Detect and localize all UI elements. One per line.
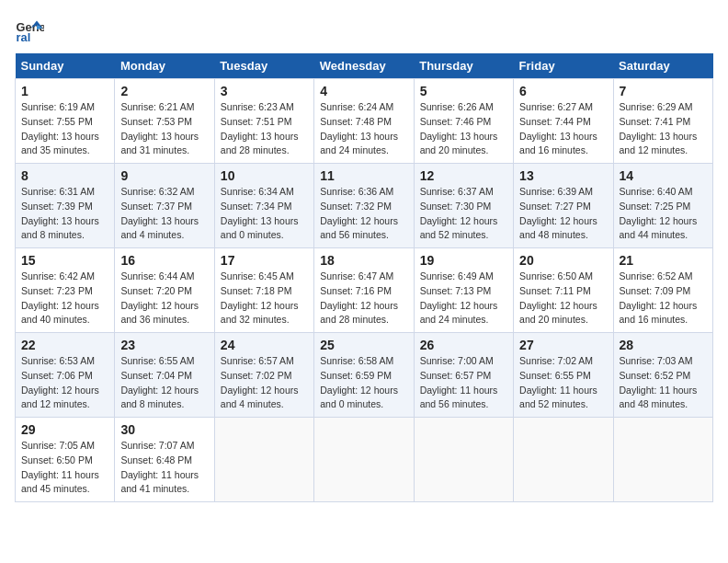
week-row-3: 15 Sunrise: 6:42 AMSunset: 7:23 PMDaylig…	[16, 248, 713, 333]
day-number: 12	[420, 168, 507, 183]
calendar-cell: 25 Sunrise: 6:58 AMSunset: 6:59 PMDaylig…	[314, 333, 414, 418]
calendar-cell: 27 Sunrise: 7:02 AMSunset: 6:55 PMDaylig…	[514, 333, 613, 418]
calendar-cell: 17 Sunrise: 6:45 AMSunset: 7:18 PMDaylig…	[214, 248, 313, 333]
day-detail: Sunrise: 6:42 AMSunset: 7:23 PMDaylight:…	[21, 270, 99, 325]
calendar-cell	[514, 418, 613, 502]
day-detail: Sunrise: 6:36 AMSunset: 7:32 PMDaylight:…	[320, 186, 398, 240]
day-detail: Sunrise: 7:03 AMSunset: 6:52 PMDaylight:…	[620, 355, 698, 409]
day-number: 7	[620, 84, 707, 98]
day-number: 13	[519, 168, 607, 183]
calendar-cell: 30 Sunrise: 7:07 AMSunset: 6:48 PMDaylig…	[115, 418, 214, 502]
day-number: 9	[120, 168, 208, 183]
svg-text:ral: ral	[17, 30, 31, 44]
calendar-cell: 16 Sunrise: 6:44 AMSunset: 7:20 PMDaylig…	[115, 248, 214, 333]
calendar-cell: 21 Sunrise: 6:52 AMSunset: 7:09 PMDaylig…	[613, 248, 712, 333]
day-detail: Sunrise: 6:26 AMSunset: 7:46 PMDaylight:…	[420, 101, 498, 155]
day-detail: Sunrise: 6:34 AMSunset: 7:34 PMDaylight:…	[221, 186, 299, 240]
calendar-cell: 2 Sunrise: 6:21 AMSunset: 7:53 PMDayligh…	[115, 79, 214, 164]
calendar-table: SundayMondayTuesdayWednesdayThursdayFrid…	[15, 53, 713, 502]
weekday-header-monday: Monday	[115, 53, 214, 79]
day-number: 2	[120, 84, 208, 98]
day-number: 4	[320, 84, 407, 98]
calendar-cell: 23 Sunrise: 6:55 AMSunset: 7:04 PMDaylig…	[115, 333, 214, 418]
weekday-header-sunday: Sunday	[16, 53, 115, 79]
day-number: 25	[320, 338, 407, 352]
day-detail: Sunrise: 6:37 AMSunset: 7:30 PMDaylight:…	[420, 186, 498, 240]
day-number: 16	[120, 253, 208, 268]
day-number: 28	[620, 338, 707, 352]
calendar-cell: 22 Sunrise: 6:53 AMSunset: 7:06 PMDaylig…	[16, 333, 115, 418]
calendar-cell: 9 Sunrise: 6:32 AMSunset: 7:37 PMDayligh…	[115, 164, 214, 248]
day-number: 8	[21, 168, 108, 183]
day-number: 26	[420, 338, 507, 352]
day-detail: Sunrise: 7:07 AMSunset: 6:48 PMDaylight:…	[120, 440, 199, 494]
weekday-header-friday: Friday	[514, 53, 613, 79]
day-detail: Sunrise: 7:05 AMSunset: 6:50 PMDaylight:…	[21, 440, 99, 494]
weekday-header-thursday: Thursday	[414, 53, 513, 79]
calendar-cell: 26 Sunrise: 7:00 AMSunset: 6:57 PMDaylig…	[414, 333, 513, 418]
calendar-cell: 3 Sunrise: 6:23 AMSunset: 7:51 PMDayligh…	[214, 79, 313, 164]
day-number: 10	[221, 168, 308, 183]
calendar-cell: 8 Sunrise: 6:31 AMSunset: 7:39 PMDayligh…	[16, 164, 115, 248]
logo-icon: Gene ral	[15, 15, 44, 44]
day-number: 24	[221, 338, 308, 352]
calendar-cell: 6 Sunrise: 6:27 AMSunset: 7:44 PMDayligh…	[514, 79, 613, 164]
day-detail: Sunrise: 6:27 AMSunset: 7:44 PMDaylight:…	[519, 101, 597, 155]
day-detail: Sunrise: 6:24 AMSunset: 7:48 PMDaylight:…	[320, 101, 398, 155]
day-number: 19	[420, 253, 507, 268]
day-detail: Sunrise: 7:00 AMSunset: 6:57 PMDaylight:…	[420, 355, 498, 409]
calendar-cell: 12 Sunrise: 6:37 AMSunset: 7:30 PMDaylig…	[414, 164, 513, 248]
day-detail: Sunrise: 6:39 AMSunset: 7:27 PMDaylight:…	[519, 186, 597, 240]
calendar-cell: 10 Sunrise: 6:34 AMSunset: 7:34 PMDaylig…	[214, 164, 313, 248]
calendar-cell: 15 Sunrise: 6:42 AMSunset: 7:23 PMDaylig…	[16, 248, 115, 333]
day-detail: Sunrise: 6:52 AMSunset: 7:09 PMDaylight:…	[620, 270, 698, 325]
day-number: 17	[221, 253, 308, 268]
weekday-header-row: SundayMondayTuesdayWednesdayThursdayFrid…	[16, 53, 713, 79]
calendar-cell: 5 Sunrise: 6:26 AMSunset: 7:46 PMDayligh…	[414, 79, 513, 164]
day-detail: Sunrise: 6:58 AMSunset: 6:59 PMDaylight:…	[320, 355, 398, 409]
day-detail: Sunrise: 6:44 AMSunset: 7:20 PMDaylight:…	[120, 270, 199, 325]
calendar-cell: 24 Sunrise: 6:57 AMSunset: 7:02 PMDaylig…	[214, 333, 313, 418]
day-number: 5	[420, 84, 507, 98]
calendar-cell: 13 Sunrise: 6:39 AMSunset: 7:27 PMDaylig…	[514, 164, 613, 248]
day-detail: Sunrise: 6:50 AMSunset: 7:11 PMDaylight:…	[519, 270, 597, 325]
calendar-cell	[613, 418, 712, 502]
day-detail: Sunrise: 6:40 AMSunset: 7:25 PMDaylight:…	[620, 186, 698, 240]
day-number: 21	[620, 253, 707, 268]
day-detail: Sunrise: 6:49 AMSunset: 7:13 PMDaylight:…	[420, 270, 498, 325]
calendar-cell: 11 Sunrise: 6:36 AMSunset: 7:32 PMDaylig…	[314, 164, 414, 248]
day-number: 3	[221, 84, 308, 98]
calendar-cell: 7 Sunrise: 6:29 AMSunset: 7:41 PMDayligh…	[613, 79, 712, 164]
day-number: 18	[320, 253, 407, 268]
calendar-cell: 18 Sunrise: 6:47 AMSunset: 7:16 PMDaylig…	[314, 248, 414, 333]
day-detail: Sunrise: 6:45 AMSunset: 7:18 PMDaylight:…	[221, 270, 299, 325]
calendar-cell	[214, 418, 313, 502]
weekday-header-wednesday: Wednesday	[314, 53, 414, 79]
day-number: 14	[620, 168, 707, 183]
day-number: 15	[21, 253, 108, 268]
calendar-cell: 19 Sunrise: 6:49 AMSunset: 7:13 PMDaylig…	[414, 248, 513, 333]
calendar-cell: 28 Sunrise: 7:03 AMSunset: 6:52 PMDaylig…	[613, 333, 712, 418]
day-number: 6	[519, 84, 607, 98]
day-detail: Sunrise: 6:31 AMSunset: 7:39 PMDaylight:…	[21, 186, 99, 240]
day-detail: Sunrise: 6:57 AMSunset: 7:02 PMDaylight:…	[221, 355, 299, 409]
day-number: 22	[21, 338, 108, 352]
day-number: 1	[21, 84, 108, 98]
logo: Gene ral	[15, 15, 48, 44]
day-number: 20	[519, 253, 607, 268]
day-detail: Sunrise: 6:53 AMSunset: 7:06 PMDaylight:…	[21, 355, 99, 409]
day-detail: Sunrise: 6:55 AMSunset: 7:04 PMDaylight:…	[120, 355, 199, 409]
calendar-cell	[414, 418, 513, 502]
day-number: 29	[21, 422, 108, 437]
day-detail: Sunrise: 6:19 AMSunset: 7:55 PMDaylight:…	[21, 101, 99, 155]
week-row-1: 1 Sunrise: 6:19 AMSunset: 7:55 PMDayligh…	[16, 79, 713, 164]
day-detail: Sunrise: 6:29 AMSunset: 7:41 PMDaylight:…	[620, 101, 698, 155]
day-detail: Sunrise: 6:21 AMSunset: 7:53 PMDaylight:…	[120, 101, 199, 155]
day-number: 27	[519, 338, 607, 352]
calendar-cell: 4 Sunrise: 6:24 AMSunset: 7:48 PMDayligh…	[314, 79, 414, 164]
calendar-cell: 20 Sunrise: 6:50 AMSunset: 7:11 PMDaylig…	[514, 248, 613, 333]
week-row-5: 29 Sunrise: 7:05 AMSunset: 6:50 PMDaylig…	[16, 418, 713, 502]
weekday-header-saturday: Saturday	[613, 53, 712, 79]
weekday-header-tuesday: Tuesday	[214, 53, 313, 79]
page-header: Gene ral	[15, 15, 713, 44]
